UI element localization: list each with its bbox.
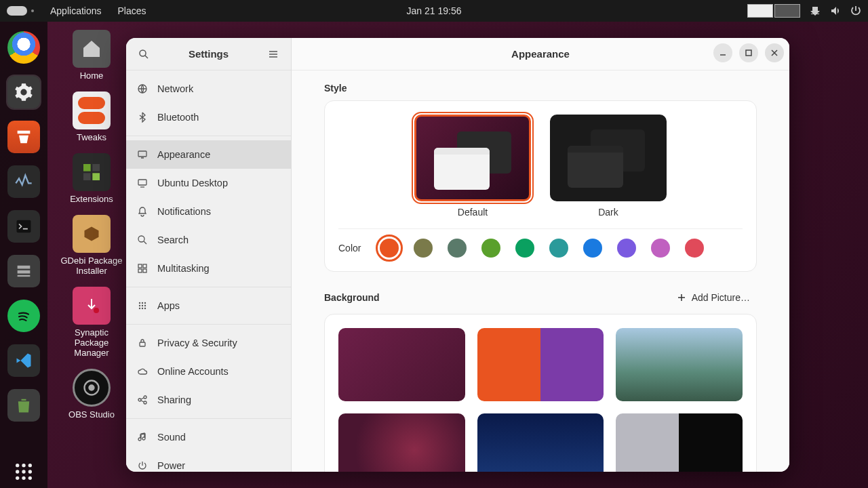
dock-chrome[interactable] (7, 31, 40, 64)
desktop-tweaks[interactable]: Tweaks (54, 89, 129, 145)
dock-terminal[interactable] (7, 210, 40, 243)
desktop-obs[interactable]: OBS Studio (54, 366, 129, 422)
color-swatch-3[interactable] (481, 239, 500, 258)
sidebar-item-sound[interactable]: Sound (126, 423, 291, 451)
plus-icon (677, 293, 686, 302)
wallpaper-6[interactable] (616, 413, 743, 472)
display-icon (137, 149, 148, 160)
apps-icon (137, 300, 148, 311)
sidebar-item-multitasking[interactable]: Multitasking (126, 254, 291, 283)
menu-applications[interactable]: Applications (50, 5, 102, 16)
style-section-label: Style (324, 83, 757, 94)
power-icon[interactable] (850, 5, 861, 16)
color-label: Color (338, 243, 361, 253)
svg-point-30 (139, 302, 140, 304)
desktop-extensions[interactable]: Extensions (54, 150, 129, 207)
top-panel: Applications Places Jan 21 19:56 (0, 0, 868, 22)
sidebar-search-button[interactable] (133, 43, 155, 65)
color-row: Color (338, 228, 743, 258)
sidebar-item-network[interactable]: Network (126, 75, 291, 103)
network-icon[interactable] (810, 5, 821, 16)
wallpaper-1[interactable] (338, 328, 465, 401)
desktop-synaptic-label: Synaptic Package Manager (57, 327, 126, 358)
sidebar-item-power[interactable]: Power (126, 451, 291, 472)
svg-rect-2 (18, 266, 31, 269)
color-swatch-4[interactable] (515, 239, 534, 258)
svg-point-37 (142, 308, 143, 309)
sidebar-item-ubuntu-desktop[interactable]: Ubuntu Desktop (126, 169, 291, 197)
wallpaper-5[interactable] (477, 413, 604, 472)
dock-vscode[interactable] (7, 344, 40, 377)
color-swatch-8[interactable] (651, 239, 670, 258)
background-card (324, 314, 757, 472)
color-swatch-5[interactable] (549, 239, 568, 258)
keyboard-indicator[interactable] (747, 4, 800, 18)
svg-point-41 (144, 396, 146, 399)
sidebar-item-online-accounts[interactable]: Online Accounts (126, 357, 291, 386)
dock-system-monitor[interactable] (7, 165, 40, 198)
svg-point-40 (138, 399, 141, 401)
desktop-synaptic[interactable]: Synaptic Package Manager (54, 284, 129, 361)
svg-point-38 (144, 308, 146, 309)
wallpaper-2[interactable] (477, 328, 604, 401)
svg-point-31 (142, 302, 143, 304)
music-icon (137, 432, 148, 443)
style-dark-label: Dark (598, 207, 618, 218)
svg-point-10 (28, 470, 32, 473)
settings-sidebar: Settings Network Bluetooth Appearance Ub… (126, 38, 292, 472)
menu-places[interactable]: Places (118, 5, 146, 16)
desktop-home-label: Home (80, 70, 104, 81)
svg-point-35 (144, 305, 146, 306)
svg-point-25 (138, 236, 144, 242)
sidebar-item-appearance[interactable]: Appearance (126, 140, 291, 169)
dock-software[interactable] (7, 121, 40, 153)
dock-trash[interactable] (7, 389, 40, 422)
color-swatch-2[interactable] (448, 239, 467, 258)
desktop-tweaks-label: Tweaks (77, 132, 106, 142)
wallpaper-4[interactable] (338, 413, 465, 472)
svg-point-0 (814, 7, 816, 9)
bluetooth-icon (137, 112, 148, 123)
color-swatch-7[interactable] (617, 239, 636, 258)
window-minimize-button[interactable] (713, 43, 732, 62)
window-maximize-button[interactable] (739, 43, 758, 62)
dock-show-apps[interactable] (7, 455, 40, 488)
desktop-gdebi[interactable]: GDebi Package Installer (54, 212, 129, 279)
svg-point-8 (16, 470, 19, 473)
dock (0, 22, 47, 488)
svg-point-42 (144, 401, 146, 404)
add-picture-button[interactable]: Add Picture… (670, 288, 757, 307)
desktop-home[interactable]: Home (54, 27, 129, 83)
sidebar-item-bluetooth[interactable]: Bluetooth (126, 103, 291, 131)
sidebar-item-search[interactable]: Search (126, 226, 291, 254)
style-default-label: Default (458, 207, 488, 218)
cloud-icon (137, 366, 148, 377)
sidebar-item-sharing[interactable]: Sharing (126, 386, 291, 414)
volume-icon[interactable] (830, 5, 841, 16)
svg-rect-43 (746, 50, 751, 56)
color-swatch-6[interactable] (583, 239, 602, 258)
sidebar-item-privacy[interactable]: Privacy & Security (126, 329, 291, 357)
sidebar-item-apps[interactable]: Apps (126, 291, 291, 320)
bell-icon (137, 206, 148, 217)
activities-indicator[interactable] (7, 6, 27, 16)
dock-files[interactable] (7, 255, 40, 287)
svg-point-21 (140, 50, 146, 56)
wallpaper-3[interactable] (616, 328, 743, 401)
color-swatch-0[interactable] (380, 239, 399, 258)
style-card: Default Dark Color (324, 100, 757, 272)
svg-rect-39 (140, 342, 145, 346)
color-swatch-9[interactable] (685, 239, 704, 258)
svg-point-7 (28, 464, 32, 467)
style-option-default[interactable]: Default (414, 115, 531, 218)
color-swatch-1[interactable] (414, 239, 433, 258)
settings-window: Settings Network Bluetooth Appearance Ub… (126, 38, 789, 472)
window-close-button[interactable] (765, 43, 784, 62)
style-option-dark[interactable]: Dark (550, 115, 667, 218)
desktop-icon (137, 178, 148, 188)
clock[interactable]: Jan 21 19:56 (407, 5, 462, 16)
sidebar-item-notifications[interactable]: Notifications (126, 197, 291, 226)
dock-settings[interactable] (7, 76, 40, 108)
sidebar-menu-button[interactable] (262, 43, 284, 65)
dock-spotify[interactable] (7, 300, 40, 332)
